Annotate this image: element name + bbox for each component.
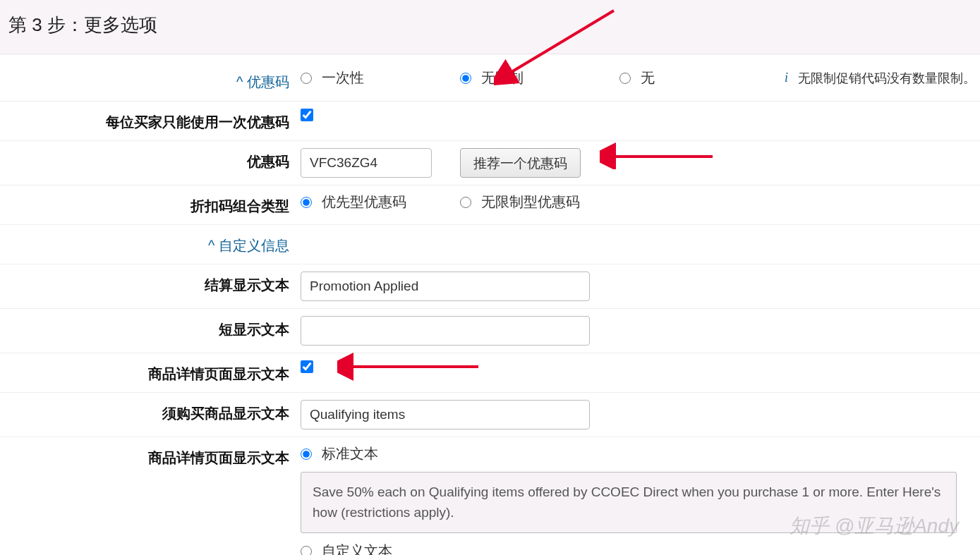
radio-standard-text[interactable] [301,449,312,460]
label-qualifying: 须购买商品显示文本 [0,400,301,423]
value-one-per-buyer [301,109,980,121]
radio-item-unlimited-combo: 无限制型优惠码 [460,193,615,212]
radio-item-none: 无 [619,68,732,87]
form-area: ^ 优惠码 一次性 无限制 无 i 无限制促销代码没有数量限制。 每位买家只能使… [0,54,980,555]
info-icon: i [785,71,788,85]
radio-item-custom: 自定义文本 [301,542,392,555]
label-checkout-text: 结算显示文本 [0,272,301,295]
step-title: 第 3 步：更多选项 [8,14,157,35]
info-text: 无限制促销代码没有数量限制。 [798,70,976,87]
value-checkout-text [301,272,980,301]
radio-priority-label: 优先型优惠码 [322,193,406,212]
radio-item-priority: 优先型优惠码 [301,193,456,212]
value-promo-code: 推荐一个优惠码 [301,148,980,178]
chevron-up-icon-2[interactable]: ^ [208,238,214,253]
label-promo-code: 优惠码 [0,148,301,171]
row-short-text: 短显示文本 [0,308,980,353]
row-custom-section: ^ 自定义信息 [0,224,980,264]
value-combo-type: 优先型优惠码 无限制型优惠码 [301,193,980,212]
label-promo-section: ^ 优惠码 [0,68,301,92]
row-combo-type: 折扣码组合类型 优先型优惠码 无限制型优惠码 [0,185,980,224]
promo-code-input[interactable] [301,148,432,178]
value-detail-text: 标准文本 Save 50% each on Qualifying items o… [301,444,980,555]
radio-standard-label: 标准文本 [322,444,378,463]
step-header: 第 3 步：更多选项 [0,0,980,54]
checkbox-detail-page-show[interactable] [301,360,313,373]
info-note: i 无限制促销代码没有数量限制。 [785,70,980,87]
radio-unlimited[interactable] [460,73,471,84]
standard-text-body: Save 50% each on Qualifying items offere… [313,484,940,520]
label-detail-page-show: 商品详情页面显示文本 [0,360,301,384]
label-custom-section: ^ 自定义信息 [0,232,301,255]
qualifying-input[interactable] [301,400,590,429]
row-one-per-buyer: 每位买家只能使用一次优惠码 [0,101,980,140]
label-short-text: 短显示文本 [0,316,301,339]
row-qualifying: 须购买商品显示文本 [0,392,980,437]
label-combo-type: 折扣码组合类型 [0,193,301,216]
radio-none[interactable] [619,73,631,84]
label-one-per-buyer: 每位买家只能使用一次优惠码 [0,109,301,132]
radio-custom-label: 自定义文本 [322,542,392,555]
radio-unlimited-combo-label: 无限制型优惠码 [481,193,580,212]
row-detail-page-show: 商品详情页面显示文本 [0,353,980,392]
radio-custom-text[interactable] [301,546,312,556]
radio-none-label: 无 [641,68,655,87]
value-usage: 一次性 无限制 无 i 无限制促销代码没有数量限制。 [301,68,980,87]
radio-unlimited-combo[interactable] [460,197,471,208]
chevron-up-icon[interactable]: ^ [236,74,243,90]
section-link-custom-info[interactable]: 自定义信息 [219,238,289,253]
checkbox-one-per-buyer[interactable] [301,109,313,121]
row-checkout-text: 结算显示文本 [0,264,980,308]
value-detail-page-show [301,360,980,373]
row-detail-text: 商品详情页面显示文本 标准文本 Save 50% each on Qualify… [0,437,980,555]
radio-item-unlimited: 无限制 [460,68,615,87]
radio-item-once: 一次性 [301,68,456,87]
section-link-promo-code[interactable]: 优惠码 [247,74,289,90]
suggest-code-button[interactable]: 推荐一个优惠码 [460,148,581,178]
row-promo-section-usage: ^ 优惠码 一次性 无限制 无 i 无限制促销代码没有数量限制。 [0,61,980,101]
radio-once[interactable] [301,73,312,84]
radio-once-label: 一次性 [322,68,364,87]
radio-unlimited-label: 无限制 [481,68,524,87]
row-promo-code: 优惠码 推荐一个优惠码 [0,140,980,185]
value-qualifying [301,400,980,429]
radio-priority[interactable] [301,197,312,208]
radio-item-standard: 标准文本 [301,444,378,463]
short-text-input[interactable] [301,316,590,346]
label-detail-text: 商品详情页面显示文本 [0,444,301,468]
value-short-text [301,316,980,346]
standard-text-box: Save 50% each on Qualifying items offere… [301,472,957,533]
checkout-text-input[interactable] [301,272,590,301]
